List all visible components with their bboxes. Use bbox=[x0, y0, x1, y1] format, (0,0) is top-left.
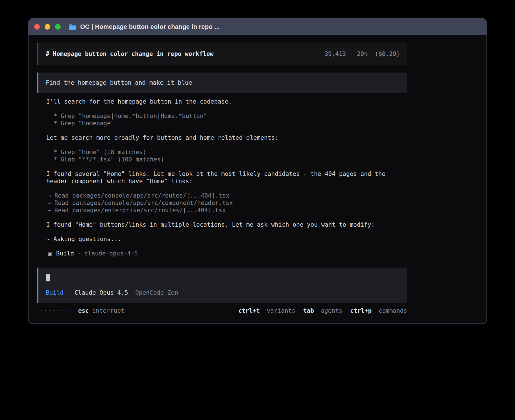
agent-badge: ▣ Build · claude-opus-4-5 bbox=[46, 250, 407, 257]
interrupt-label: interrupt bbox=[92, 307, 125, 314]
tool-call-grep: *Grep "Homepage" bbox=[46, 120, 407, 127]
tool-bullet-icon: * bbox=[54, 156, 57, 163]
assistant-response: I'll search for the homepage button in t… bbox=[37, 98, 407, 257]
terminal-window: OC | Homepage button color change in rep… bbox=[28, 18, 487, 324]
user-message-text: Find the homepage button and make it blu… bbox=[46, 79, 192, 86]
text-cursor bbox=[46, 274, 50, 281]
read-arrow-icon: → bbox=[47, 192, 51, 199]
token-count: 39,413 bbox=[324, 51, 346, 57]
session-stats: 39,413 20% ($0.29) bbox=[324, 51, 400, 57]
context-percent: 20% bbox=[357, 51, 368, 57]
agent-name: Build bbox=[56, 250, 74, 257]
tool-call-text: Read packages/console/app/src/routes/[..… bbox=[54, 192, 230, 199]
shortcut-commands: ctrl+p commands bbox=[350, 307, 407, 314]
minimize-button[interactable] bbox=[45, 24, 50, 30]
window-title: OC | Homepage button color change in rep… bbox=[80, 23, 220, 30]
folder-icon bbox=[69, 24, 76, 30]
esc-key: esc bbox=[78, 307, 89, 314]
tool-call-read: →Read packages/enterprise/src/routes/[..… bbox=[46, 207, 407, 214]
tool-bullet-icon: * bbox=[54, 112, 57, 120]
shortcut-label: variants bbox=[267, 307, 295, 314]
spinner-dots-icon: ········ bbox=[40, 307, 71, 314]
shortcut-agents: tab agents bbox=[303, 307, 342, 314]
tool-call-text: Grep "Homepage" bbox=[61, 120, 114, 127]
shortcut-label: commands bbox=[379, 307, 407, 314]
agent-icon: ▣ bbox=[48, 250, 52, 257]
user-message: Find the homepage button and make it blu… bbox=[37, 73, 407, 93]
prompt-input[interactable]: Build Claude Opus 4.5 OpenCode Zen bbox=[37, 268, 407, 303]
provider-label: OpenCode Zen bbox=[135, 289, 178, 296]
terminal-content: # Homepage button color change in repo w… bbox=[29, 35, 486, 314]
read-arrow-icon: → bbox=[47, 199, 51, 207]
tool-call-text: Read packages/console/app/src/component/… bbox=[54, 200, 233, 206]
input-footer: Build Claude Opus 4.5 OpenCode Zen bbox=[46, 289, 400, 296]
working-status: ~ Asking questions... bbox=[46, 235, 398, 243]
window-titlebar: OC | Homepage button color change in rep… bbox=[29, 19, 486, 35]
tool-call-grep: *Grep "homepage|home.*button|Home.*butto… bbox=[46, 112, 407, 120]
mode-label: Build bbox=[46, 289, 64, 296]
close-button[interactable] bbox=[34, 24, 40, 30]
assistant-paragraph: I'll search for the homepage button in t… bbox=[46, 98, 398, 105]
shortcut-variants: ctrl+t variants bbox=[238, 307, 295, 314]
tool-call-read: →Read packages/console/app/src/component… bbox=[46, 199, 407, 207]
tool-call-grep: *Grep "Home" (18 matches) bbox=[46, 148, 407, 156]
shortcut-key: ctrl+t bbox=[238, 307, 260, 314]
agent-model: claude-opus-4-5 bbox=[84, 250, 138, 257]
zoom-button[interactable] bbox=[55, 24, 61, 30]
session-header: # Homepage button color change in repo w… bbox=[37, 43, 407, 65]
status-bar: ········ esc interrupt ctrl+t variants t… bbox=[37, 307, 407, 314]
tool-bullet-icon: * bbox=[54, 120, 57, 127]
tool-bullet-icon: * bbox=[54, 148, 57, 156]
tool-call-text: Read packages/enterprise/src/routes/[...… bbox=[54, 207, 226, 214]
model-label: Claude Opus 4.5 bbox=[75, 289, 128, 296]
tool-call-glob: *Glob "**/*.tsx" (100 matches) bbox=[46, 156, 407, 163]
assistant-paragraph: I found several "Home" links. Let me loo… bbox=[46, 170, 398, 185]
tool-call-text: Glob "**/*.tsx" (100 matches) bbox=[61, 156, 164, 163]
shortcut-label: agents bbox=[321, 307, 342, 314]
shortcut-key: ctrl+p bbox=[350, 307, 372, 314]
agent-separator: · bbox=[77, 250, 81, 257]
assistant-paragraph: Let me search more broadly for buttons a… bbox=[46, 134, 398, 141]
tool-call-text: Grep "Home" (18 matches) bbox=[61, 149, 146, 156]
assistant-paragraph: I found "Home" buttons/links in multiple… bbox=[46, 221, 398, 228]
tool-call-read: →Read packages/console/app/src/routes/[.… bbox=[46, 192, 407, 199]
tool-call-text: Grep "homepage|home.*button|Home.*button… bbox=[61, 113, 207, 119]
session-title: # Homepage button color change in repo w… bbox=[46, 51, 213, 57]
session-cost: ($0.29) bbox=[375, 51, 400, 57]
shortcut-key: tab bbox=[303, 307, 314, 314]
read-arrow-icon: → bbox=[47, 207, 51, 214]
traffic-lights bbox=[34, 24, 61, 30]
